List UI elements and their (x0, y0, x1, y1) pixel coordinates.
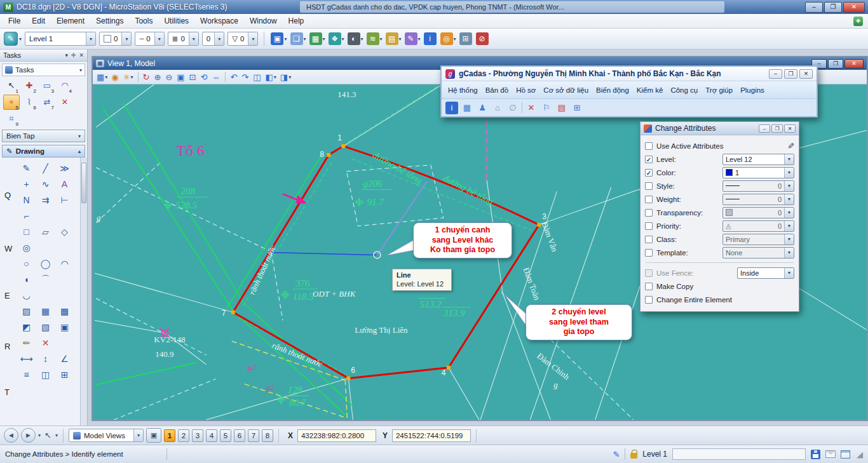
view-brightness-icon[interactable]: ✳ ▾ (122, 72, 135, 82)
resize-grip[interactable]: ◢ (857, 450, 863, 459)
chevron-down-icon[interactable]: ▼ (784, 154, 794, 164)
multiline-tool[interactable]: ≫ (56, 161, 73, 176)
menu-item[interactable]: Help (283, 15, 310, 27)
chevron-down-icon[interactable]: ▾ (214, 32, 224, 45)
chevron-down-icon[interactable]: ▾ (86, 32, 95, 45)
chevron-down-icon[interactable]: ▾ (38, 433, 41, 438)
view-toggle-1[interactable]: 1 (164, 429, 175, 442)
chevron-down-icon[interactable]: ▾ (284, 36, 287, 42)
forward-button[interactable]: ► (21, 428, 36, 443)
view-close-button[interactable]: ✕ (844, 59, 864, 69)
chevron-down-icon[interactable]: ▾ (79, 67, 82, 73)
pattern-flip-tool[interactable]: ▣ (56, 320, 73, 335)
chevron-down-icon[interactable]: ▾ (304, 36, 306, 42)
primary-tools-icon[interactable]: ▣ ▾ (270, 32, 287, 46)
menu-item[interactable]: File (3, 15, 26, 27)
class-combo[interactable]: Primary▼ (722, 234, 794, 245)
chevron-down-icon[interactable]: ▾ (361, 36, 363, 42)
chevron-down-icon[interactable]: ▼ (784, 168, 794, 178)
back-button[interactable]: ◄ (4, 428, 18, 443)
minimize-button[interactable]: – (805, 2, 823, 13)
menu-item[interactable]: Tools (129, 15, 158, 27)
weight-combo[interactable]: 0▼ (722, 194, 794, 205)
new-design-icon[interactable]: ❏ ▾ (290, 32, 307, 46)
model-views-combo[interactable]: Model Views ▾ (69, 429, 144, 442)
chevron-down-icon[interactable]: ▾ (133, 429, 143, 441)
edit-pattern-tool[interactable]: ✏ (18, 336, 35, 351)
ellipse-tool[interactable]: ◯ (37, 257, 54, 271)
separator[interactable] (522, 102, 522, 113)
pin-icon[interactable]: ✛ (71, 52, 76, 58)
point-cloud-icon[interactable]: ≋ ▾ (366, 32, 383, 46)
chevron-down-icon[interactable]: ▼ (784, 234, 794, 245)
fence-mode-combo[interactable]: Inside▼ (737, 267, 794, 279)
view-toggle-4[interactable]: 4 (206, 429, 217, 442)
tasks-scrollbar[interactable] (80, 158, 87, 426)
chevron-down-icon[interactable]: ▾ (154, 32, 164, 45)
use-fence-checkbox[interactable] (645, 269, 653, 277)
y-coordinate-field[interactable] (392, 429, 471, 442)
menu-item[interactable]: Settings (90, 15, 129, 27)
save-status-icon[interactable] (811, 450, 820, 459)
gcadas-close-button[interactable]: ✕ (799, 69, 813, 79)
modify-tool[interactable]: ◠4 (57, 78, 73, 93)
gcadas-menu-item[interactable]: Hệ thống (444, 83, 482, 97)
data-grid-icon[interactable] (841, 450, 850, 459)
fit-view-icon[interactable]: ⊡ (188, 72, 198, 82)
gcadas-menu-item[interactable]: Bản đồ (482, 83, 512, 97)
chevron-down-icon[interactable]: ▾ (380, 36, 383, 42)
active-color-combo[interactable]: 0 ▾ (99, 32, 132, 46)
owners-icon[interactable]: ♟ (476, 102, 489, 114)
chevron-down-icon[interactable]: ▼ (784, 268, 794, 278)
dimension-vertical-tool[interactable]: ↕ (37, 352, 54, 366)
pattern-fill-tool[interactable]: ◩ (18, 320, 35, 335)
circle-tool[interactable]: ○ (18, 257, 35, 271)
bspline-tool[interactable]: N (18, 193, 35, 208)
gcadas-menu-item[interactable]: Trợ giúp (702, 83, 736, 97)
chevron-down-icon[interactable]: ▾ (399, 36, 402, 42)
active-level-indicator[interactable]: Level 1 (642, 450, 667, 459)
use-active-attributes-checkbox[interactable] (645, 142, 653, 150)
half-ellipse-tool[interactable]: ◖ (18, 272, 35, 287)
pattern-area-tool[interactable]: ▩ (56, 304, 73, 319)
window-area-icon[interactable]: ▣ (175, 72, 186, 82)
color-combo[interactable]: 1▼ (722, 167, 794, 178)
chevron-down-icon[interactable]: ▾ (121, 32, 131, 45)
separator[interactable] (138, 72, 139, 82)
point-tool[interactable]: + (18, 177, 35, 192)
dialog-close-button[interactable]: ✕ (784, 124, 796, 133)
priority-checkbox[interactable] (645, 222, 653, 230)
view-toggle-3[interactable]: 3 (192, 429, 203, 442)
priority-combo[interactable]: ◬0▼ (722, 220, 794, 232)
template-checkbox[interactable] (645, 249, 653, 257)
accudraw-grid-icon[interactable]: ⊞ (459, 32, 473, 46)
menu-item[interactable]: Window (244, 15, 283, 27)
remove-icon[interactable]: ✕ (525, 102, 538, 114)
diamond-tool[interactable]: ◇ (56, 225, 73, 239)
menu-item[interactable]: Element (51, 15, 90, 27)
gcadas-menu-item[interactable]: Biến động (592, 83, 633, 97)
gcadas-menu-item[interactable]: Hồ sơ (512, 83, 539, 97)
view-maximize-button[interactable]: ❐ (828, 59, 843, 69)
dimension-linear-tool[interactable]: ⟷ (18, 352, 35, 366)
chevron-down-icon[interactable]: ▾ (454, 36, 456, 42)
view-toggle-5[interactable]: 5 (220, 429, 231, 442)
gcadas-minimize-button[interactable]: – (769, 69, 782, 79)
detail-symbol-tool[interactable]: ◫ (37, 368, 54, 382)
transparency-combo[interactable]: 0▼ (722, 207, 794, 218)
hide-layers-icon[interactable]: ∅ (506, 102, 519, 114)
level-combo[interactable]: Level 12▼ (722, 154, 794, 165)
saved-views-icon[interactable]: ▤ ▾ (385, 32, 402, 46)
view-toggle-2[interactable]: 2 (178, 429, 189, 442)
chevron-down-icon[interactable]: ▼ (784, 194, 794, 205)
tasks-root-item[interactable]: Tasks ▾ (2, 64, 85, 76)
style-combo[interactable]: 0▼ (722, 180, 794, 192)
chevron-up-icon[interactable]: ▴ (78, 149, 81, 154)
curve-tool[interactable]: ∿ (37, 177, 54, 192)
chevron-down-icon[interactable]: ▾ (131, 74, 133, 80)
view-toggle-6[interactable]: 6 (234, 429, 245, 442)
info-icon[interactable]: i (445, 102, 458, 114)
info-icon[interactable]: i (423, 32, 438, 46)
rectangle-tool[interactable]: □ (18, 225, 35, 239)
clip-mask-icon[interactable]: ◨ ▾ (279, 72, 292, 82)
